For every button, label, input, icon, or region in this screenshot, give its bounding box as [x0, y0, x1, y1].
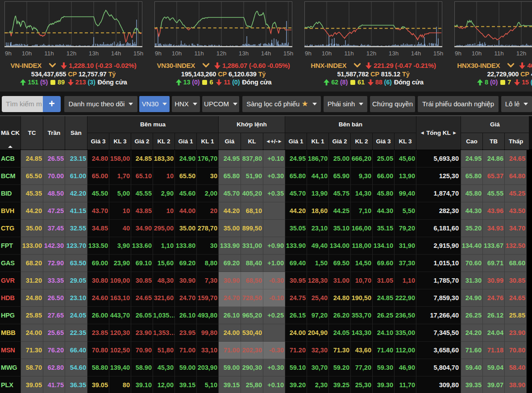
svg-text:10h: 10h [172, 50, 182, 57]
svg-text:15h: 15h [433, 50, 444, 57]
svg-text:12h: 12h [216, 50, 227, 57]
svg-text:9h: 9h [5, 50, 12, 57]
svg-text:10h: 10h [472, 50, 482, 57]
svg-text:12h: 12h [366, 50, 377, 57]
svg-text:13h: 13h [389, 50, 399, 57]
svg-text:11h: 11h [494, 50, 504, 57]
svg-text:12h: 12h [66, 50, 77, 57]
svg-text:10h: 10h [322, 50, 332, 57]
svg-text:13h: 13h [239, 50, 249, 57]
svg-text:9h: 9h [305, 50, 312, 57]
svg-text:15h: 15h [283, 50, 294, 57]
svg-text:10h: 10h [22, 50, 32, 57]
svg-text:12h: 12h [516, 50, 527, 57]
svg-text:14h: 14h [111, 50, 121, 57]
svg-text:11h: 11h [44, 50, 54, 57]
svg-text:9h: 9h [455, 50, 461, 57]
svg-text:14h: 14h [411, 50, 421, 57]
svg-text:14h: 14h [261, 50, 271, 57]
svg-text:13h: 13h [89, 50, 99, 57]
svg-text:15h: 15h [133, 50, 144, 57]
svg-text:9h: 9h [155, 50, 162, 57]
svg-text:11h: 11h [194, 50, 204, 57]
svg-text:11h: 11h [344, 50, 354, 57]
